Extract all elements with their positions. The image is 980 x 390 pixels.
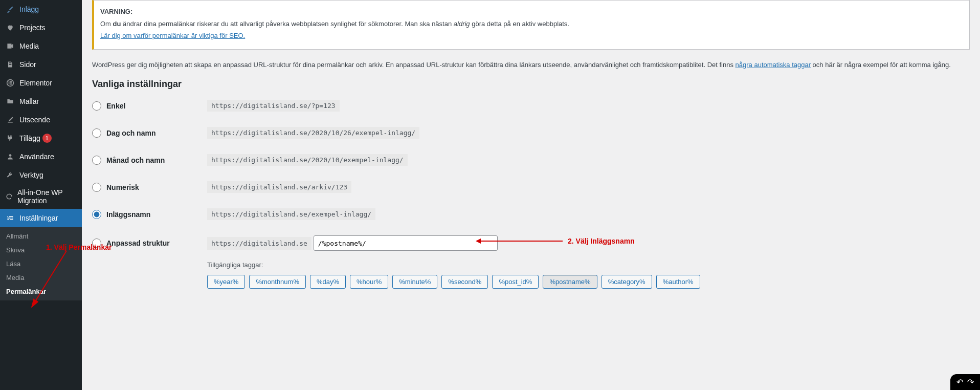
radio-day-name[interactable]: [92, 128, 101, 138]
media-icon: [5, 41, 15, 51]
sidebar-item-label: All-in-One WP Migration: [17, 188, 78, 205]
option-row-plain: Enkel https://digitalisland.se/?p=123: [92, 100, 970, 112]
tag-author[interactable]: %author%: [656, 275, 700, 289]
sidebar-item-label: Utseende: [19, 116, 50, 124]
sidebar-item-users[interactable]: Användare: [0, 147, 82, 166]
sidebar-item-label: Verktyg: [19, 171, 43, 179]
heart-icon: [5, 23, 15, 33]
templates-icon: [5, 96, 15, 106]
submenu-reading[interactable]: Läsa: [0, 257, 82, 271]
sidebar-item-label: Inställningar: [19, 214, 58, 222]
svg-rect-1: [9, 81, 10, 84]
sidebar-item-migration[interactable]: All-in-One WP Migration: [0, 184, 82, 209]
notice-seo-link[interactable]: Lär dig om varför permalänkar är viktiga…: [100, 32, 245, 39]
base-url-custom: https://digitalisland.se: [207, 237, 311, 250]
pin-icon: [5, 4, 15, 14]
example-url-day-name: https://digitalisland.se/2020/10/26/exem…: [207, 127, 419, 139]
radio-month-name[interactable]: [92, 156, 101, 165]
tag-monthnum[interactable]: %monthnum%: [249, 275, 306, 289]
tag-postname[interactable]: %postname%: [543, 275, 597, 289]
sidebar-item-posts[interactable]: Inlägg: [0, 0, 82, 18]
radio-label-numeric[interactable]: Numerisk: [106, 183, 139, 191]
update-badge: 1: [42, 134, 52, 143]
tag-category[interactable]: %category%: [602, 275, 652, 289]
sidebar-item-plugins[interactable]: Tillägg 1: [0, 129, 82, 147]
option-row-month-name: Månad och namn https://digitalisland.se/…: [92, 154, 970, 166]
sidebar-item-label: Tillägg: [19, 134, 40, 142]
admin-sidebar: Inlägg Projects Media Sidor Elementor Ma…: [0, 0, 82, 390]
common-settings-heading: Vanliga inställningar: [92, 79, 970, 90]
submenu-writing[interactable]: Skriva: [0, 243, 82, 257]
tag-post-id[interactable]: %post_id%: [492, 275, 539, 289]
sidebar-item-templates[interactable]: Mallar: [0, 92, 82, 111]
settings-submenu: Allmänt Skriva Läsa Media Permalänkar: [0, 227, 82, 300]
sidebar-item-pages[interactable]: Sidor: [0, 55, 82, 74]
sidebar-item-elementor[interactable]: Elementor: [0, 74, 82, 92]
radio-label-day-name[interactable]: Dag och namn: [106, 129, 155, 137]
sidebar-item-label: Användare: [19, 153, 54, 161]
settings-content: VARNING: Om du ändrar dina permalänkar r…: [82, 0, 980, 390]
tag-year[interactable]: %year%: [207, 275, 245, 289]
svg-point-5: [9, 154, 12, 157]
migration-icon: [5, 191, 13, 202]
example-url-month-name: https://digitalisland.se/2020/10/exempel…: [207, 154, 408, 166]
svg-rect-3: [10, 82, 12, 83]
tag-minute[interactable]: %minute%: [392, 275, 437, 289]
tag-day[interactable]: %day%: [310, 275, 346, 289]
option-row-postname: Inläggsnamn https://digitalisland.se/exe…: [92, 208, 970, 220]
option-row-numeric: Numerisk https://digitalisland.se/arkiv/…: [92, 181, 970, 193]
sidebar-item-label: Projects: [19, 24, 46, 32]
redo-icon: ↷: [967, 377, 974, 387]
sidebar-item-label: Sidor: [19, 60, 36, 69]
radio-label-plain[interactable]: Enkel: [106, 102, 125, 110]
submenu-general[interactable]: Allmänt: [0, 229, 82, 243]
sidebar-item-appearance[interactable]: Utseende: [0, 111, 82, 129]
warning-notice: VARNING: Om du ändrar dina permalänkar r…: [92, 0, 970, 50]
radio-numeric[interactable]: [92, 183, 101, 192]
sidebar-item-label: Media: [19, 42, 39, 50]
sidebar-item-tools[interactable]: Verktyg: [0, 166, 82, 184]
settings-sliders-icon: [5, 213, 15, 223]
wrench-icon: [5, 170, 15, 180]
example-url-postname: https://digitalisland.se/exempel-inlagg/: [207, 208, 375, 220]
notice-body: Om du ändrar dina permalänkar riskerar d…: [100, 19, 963, 29]
option-row-day-name: Dag och namn https://digitalisland.se/20…: [92, 127, 970, 139]
custom-structure-input[interactable]: [314, 235, 498, 251]
undo-icon: ↶: [956, 377, 963, 387]
radio-plain[interactable]: [92, 101, 101, 111]
radio-label-month-name[interactable]: Månad och namn: [106, 156, 165, 164]
help-tab[interactable]: ↶ ↷: [950, 374, 980, 390]
notice-heading: VARNING:: [100, 8, 132, 15]
brush-icon: [5, 115, 15, 125]
sidebar-item-media[interactable]: Media: [0, 37, 82, 55]
submenu-media[interactable]: Media: [0, 271, 82, 285]
tag-hour[interactable]: %hour%: [350, 275, 388, 289]
option-row-custom: Anpassad struktur https://digitalisland.…: [92, 235, 970, 251]
plugin-icon: [5, 133, 15, 143]
radio-postname[interactable]: [92, 210, 101, 219]
example-url-numeric: https://digitalisland.se/arkiv/123: [207, 181, 351, 193]
auto-tags-link[interactable]: några automatiska taggar: [736, 61, 811, 69]
page-icon: [5, 59, 15, 70]
svg-rect-4: [10, 84, 12, 85]
submenu-permalinks[interactable]: Permalänkar: [0, 285, 82, 298]
radio-label-postname[interactable]: Inläggsnamn: [106, 210, 150, 219]
tags-row: %year% %monthnum% %day% %hour% %minute% …: [207, 275, 970, 289]
tag-second[interactable]: %second%: [441, 275, 488, 289]
radio-custom[interactable]: [92, 239, 101, 248]
example-url-plain: https://digitalisland.se/?p=123: [207, 100, 340, 112]
sidebar-item-projects[interactable]: Projects: [0, 18, 82, 37]
elementor-icon: [5, 78, 15, 88]
sidebar-item-label: Elementor: [19, 79, 52, 87]
radio-label-custom[interactable]: Anpassad struktur: [106, 239, 170, 247]
permalink-description: WordPress ger dig möjligheten att skapa …: [92, 60, 970, 70]
users-icon: [5, 151, 15, 162]
svg-rect-2: [10, 81, 12, 82]
sidebar-item-settings[interactable]: Inställningar: [0, 209, 82, 227]
sidebar-item-label: Inlägg: [19, 5, 39, 13]
available-tags-label: Tillgängliga taggar:: [207, 261, 970, 269]
sidebar-item-label: Mallar: [19, 97, 39, 105]
